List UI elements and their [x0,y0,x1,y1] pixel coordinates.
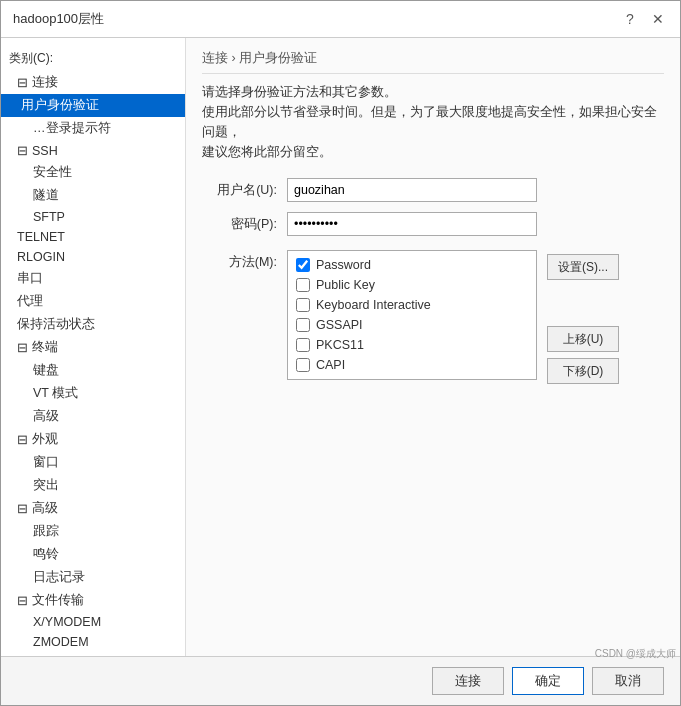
sidebar-item-keepalive[interactable]: 保持活动状态 [1,313,185,336]
sidebar-item-label: 代理 [17,293,43,310]
sidebar-item-rlogin[interactable]: RLOGIN [1,247,185,267]
method-keyboard-checkbox[interactable] [296,298,310,312]
sidebar-item-tunnel[interactable]: 隧道 [1,184,185,207]
sidebar-item-keyboard[interactable]: 键盘 [1,359,185,382]
username-label: 用户名(U): [202,182,287,199]
username-input[interactable] [287,178,537,202]
method-publickey-checkbox[interactable] [296,278,310,292]
sidebar-item-auth[interactable]: 用户身份验证 [1,94,185,117]
dialog-body: 类别(C): ⊟ 连接 用户身份验证 …登录提示符 ⊟ SSH 安全性 隧道 [1,38,680,656]
method-password-label: Password [316,258,371,272]
sidebar-item-label: RLOGIN [17,250,65,264]
sidebar-item-label: 跟踪 [33,523,59,540]
sidebar-item-sftp[interactable]: SFTP [1,207,185,227]
sidebar-item-label: 文件传输 [32,592,84,609]
sidebar-item-label: 突出 [33,477,59,494]
dialog-title: hadoop100层性 [13,10,104,28]
help-button[interactable]: ? [620,9,640,29]
sidebar-item-label: 键盘 [33,362,59,379]
method-gssapi: GSSAPI [296,315,528,335]
method-keyboard-label: Keyboard Interactive [316,298,431,312]
method-publickey-label: Public Key [316,278,375,292]
connect-button[interactable]: 连接 [432,667,504,695]
method-pkcs11: PKCS11 [296,335,528,355]
expand-icon: ⊟ [17,432,28,447]
sidebar-item-label: 用户身份验证 [21,97,99,114]
dialog: hadoop100层性 ? ✕ 类别(C): ⊟ 连接 用户身份验证 …登录提示… [0,0,681,706]
sidebar-item-label: 安全性 [33,164,72,181]
sidebar-item-serial[interactable]: 串口 [1,267,185,290]
sidebar: 类别(C): ⊟ 连接 用户身份验证 …登录提示符 ⊟ SSH 安全性 隧道 [1,38,186,656]
sidebar-item-label: 保持活动状态 [17,316,95,333]
methods-section: 方法(M): Password Public Key Keyboard Inte… [202,250,664,384]
method-gssapi-checkbox[interactable] [296,318,310,332]
title-controls: ? ✕ [620,9,668,29]
method-gssapi-label: GSSAPI [316,318,363,332]
method-keyboard: Keyboard Interactive [296,295,528,315]
sidebar-item-appearance[interactable]: ⊟ 外观 [1,428,185,451]
down-button[interactable]: 下移(D) [547,358,619,384]
password-row: 密码(P): [202,212,664,236]
dialog-footer: 连接 确定 取消 [1,656,680,705]
method-capi-label: CAPI [316,358,345,372]
sidebar-item-security[interactable]: 安全性 [1,161,185,184]
ok-button[interactable]: 确定 [512,667,584,695]
sidebar-item-window[interactable]: 窗口 [1,451,185,474]
close-button[interactable]: ✕ [648,9,668,29]
methods-box: Password Public Key Keyboard Interactive… [287,250,537,380]
method-password-checkbox[interactable] [296,258,310,272]
settings-button[interactable]: 设置(S)... [547,254,619,280]
sidebar-item-vt-mode[interactable]: VT 模式 [1,382,185,405]
expand-icon: ⊟ [17,75,28,90]
sidebar-item-highlight[interactable]: 突出 [1,474,185,497]
method-pkcs11-checkbox[interactable] [296,338,310,352]
sidebar-item-label: 隧道 [33,187,59,204]
sidebar-item-label: SFTP [33,210,65,224]
expand-icon: ⊟ [17,143,28,158]
up-button[interactable]: 上移(U) [547,326,619,352]
main-content: 连接 › 用户身份验证 请选择身份验证方法和其它参数。 使用此部分以节省登录时间… [186,38,680,656]
sidebar-item-telnet[interactable]: TELNET [1,227,185,247]
expand-icon: ⊟ [17,593,28,608]
method-password: Password [296,255,528,275]
method-label: 方法(M): [202,250,287,271]
description: 请选择身份验证方法和其它参数。 使用此部分以节省登录时间。但是，为了最大限度地提… [202,82,664,162]
password-label: 密码(P): [202,216,287,233]
expand-icon: ⊟ [17,501,28,516]
title-bar: hadoop100层性 ? ✕ [1,1,680,38]
sidebar-item-label: 高级 [33,408,59,425]
sidebar-item-bell[interactable]: 鸣铃 [1,543,185,566]
sidebar-item-filetransfer[interactable]: ⊟ 文件传输 [1,589,185,612]
sidebar-item-label: 外观 [32,431,58,448]
password-input[interactable] [287,212,537,236]
sidebar-item-label: 高级 [32,500,58,517]
sidebar-item-label: SSH [32,144,58,158]
expand-icon: ⊟ [17,340,28,355]
sidebar-item-label: 终端 [32,339,58,356]
sidebar-item-log[interactable]: 日志记录 [1,566,185,589]
sidebar-item-label: 鸣铃 [33,546,59,563]
sidebar-item-label: 连接 [32,74,58,91]
category-label: 类别(C): [1,46,185,71]
method-pkcs11-label: PKCS11 [316,338,364,352]
method-publickey: Public Key [296,275,528,295]
sidebar-item-label: VT 模式 [33,385,78,402]
sidebar-item-trace[interactable]: 跟踪 [1,520,185,543]
username-row: 用户名(U): [202,178,664,202]
sidebar-item-label: 日志记录 [33,569,85,586]
sidebar-item-connect[interactable]: ⊟ 连接 [1,71,185,94]
sidebar-item-xymodem[interactable]: X/YMODEM [1,612,185,632]
sidebar-item-label: TELNET [17,230,65,244]
sidebar-item-advanced[interactable]: ⊟ 高级 [1,497,185,520]
sidebar-item-login-hint[interactable]: …登录提示符 [1,117,185,140]
sidebar-item-label: …登录提示符 [33,120,111,137]
sidebar-item-terminal[interactable]: ⊟ 终端 [1,336,185,359]
sidebar-item-zmodem[interactable]: ZMODEM [1,632,185,652]
sidebar-item-proxy[interactable]: 代理 [1,290,185,313]
method-capi-checkbox[interactable] [296,358,310,372]
breadcrumb: 连接 › 用户身份验证 [202,50,664,74]
sidebar-item-ssh[interactable]: ⊟ SSH [1,140,185,161]
desc-line3: 建议您将此部分留空。 [202,142,664,162]
cancel-button[interactable]: 取消 [592,667,664,695]
sidebar-item-advanced-t[interactable]: 高级 [1,405,185,428]
